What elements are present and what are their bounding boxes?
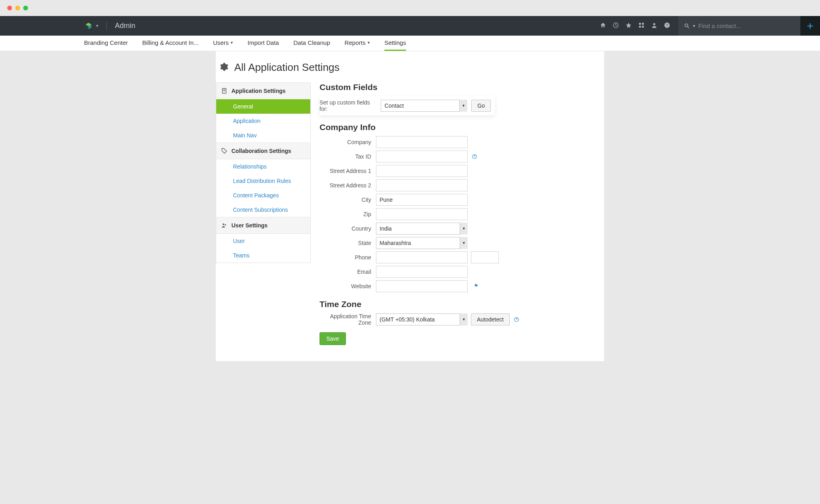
window-close-icon[interactable] <box>7 6 12 10</box>
country-select[interactable]: India <box>376 223 468 235</box>
autodetect-button[interactable]: Autodetect <box>471 313 510 325</box>
timezone-label: Application Time Zone <box>320 313 376 326</box>
addr1-label: Street Address 1 <box>320 168 376 174</box>
window-minimize-icon[interactable] <box>15 6 20 10</box>
sidebar-item-content-packages[interactable]: Content Packages <box>216 188 310 203</box>
sidebar-header-application-settings: Application Settings <box>216 83 310 99</box>
subnav-import-data[interactable]: Import Data <box>247 36 279 51</box>
chevron-down-icon: ▾ <box>231 40 233 45</box>
city-label: City <box>320 197 376 203</box>
external-link-icon[interactable] <box>472 283 478 289</box>
search-area[interactable]: ▾ <box>678 16 800 36</box>
window-zoom-icon[interactable] <box>23 6 28 10</box>
addr1-input[interactable] <box>376 165 468 177</box>
custom-fields-select[interactable]: Contact <box>381 100 467 112</box>
zip-label: Zip <box>320 211 376 217</box>
home-icon[interactable] <box>600 22 606 30</box>
subnav-billing[interactable]: Billing & Account In... <box>142 36 199 51</box>
addr2-label: Street Address 2 <box>320 182 376 189</box>
sidebar-item-main-nav[interactable]: Main Nav <box>216 128 310 143</box>
svg-point-8 <box>653 23 655 25</box>
sidebar-header-collaboration-settings: Collaboration Settings <box>216 143 310 159</box>
user-icon[interactable] <box>651 22 657 30</box>
sidebar-item-relationships[interactable]: Relationships <box>216 159 310 174</box>
topbar: ▾ Admin ? ▾ + <box>0 16 820 36</box>
state-label: State <box>320 240 376 246</box>
sidebar-item-content-subscriptions[interactable]: Content Subscriptions <box>216 203 310 217</box>
phone-ext-input[interactable] <box>471 251 499 263</box>
company-info-heading: Company Info <box>320 122 593 132</box>
subnav: Branding Center Billing & Account In... … <box>0 36 820 51</box>
city-input[interactable] <box>376 194 468 206</box>
save-button[interactable]: Save <box>320 332 346 345</box>
state-select[interactable]: Maharashtra <box>376 237 468 249</box>
svg-point-17 <box>225 224 226 225</box>
sidebar-header-user-settings: User Settings <box>216 217 310 234</box>
website-label: Website <box>320 283 376 289</box>
tag-icon <box>221 148 227 154</box>
svg-line-12 <box>687 26 689 28</box>
sidebar-item-lead-distribution[interactable]: Lead Distribution Rules <box>216 174 310 188</box>
search-caret-icon: ▾ <box>693 24 695 28</box>
search-input[interactable] <box>698 22 795 29</box>
company-input[interactable] <box>376 136 468 148</box>
subnav-settings[interactable]: Settings <box>384 36 406 51</box>
addr2-input[interactable] <box>376 179 468 191</box>
sidebar-item-user[interactable]: User <box>216 234 310 248</box>
star-icon[interactable] <box>625 22 632 30</box>
email-label: Email <box>320 269 376 275</box>
gear-icon <box>219 62 229 73</box>
window-chrome <box>0 0 820 16</box>
svg-rect-4 <box>639 23 641 25</box>
chevron-down-icon: ▾ <box>368 40 370 45</box>
subnav-users[interactable]: Users▾ <box>213 36 233 51</box>
svg-rect-5 <box>642 23 644 25</box>
admin-label: Admin <box>115 22 135 30</box>
country-label: Country <box>320 225 376 232</box>
app-logo-icon[interactable] <box>84 22 93 30</box>
app-menu-chevron-icon[interactable]: ▾ <box>96 23 98 28</box>
timezone-select[interactable]: (GMT +05:30) Kolkata <box>376 313 468 325</box>
sidebar-item-application[interactable]: Application <box>216 114 310 128</box>
custom-fields-heading: Custom Fields <box>320 82 593 92</box>
svg-point-16 <box>223 223 224 225</box>
divider <box>107 22 107 30</box>
subnav-reports[interactable]: Reports▾ <box>344 36 370 51</box>
tax-id-label: Tax ID <box>320 153 376 160</box>
company-label: Company <box>320 139 376 145</box>
zip-input[interactable] <box>376 208 468 220</box>
website-input[interactable] <box>376 280 468 292</box>
go-button[interactable]: Go <box>471 100 491 112</box>
sidebar-item-general[interactable]: General <box>216 99 310 114</box>
custom-fields-label: Set up custom fields for: <box>320 99 377 112</box>
email-input[interactable] <box>376 266 468 278</box>
tax-id-input[interactable] <box>376 151 468 163</box>
help-icon[interactable] <box>514 317 519 322</box>
svg-rect-7 <box>642 26 644 28</box>
apps-icon[interactable] <box>638 22 645 30</box>
add-button[interactable]: + <box>800 16 820 36</box>
help-icon[interactable] <box>472 154 477 159</box>
svg-rect-6 <box>639 26 641 28</box>
users-icon <box>221 222 227 229</box>
sidebar-item-teams[interactable]: Teams <box>216 248 310 263</box>
timezone-heading: Time Zone <box>320 299 593 309</box>
svg-text:?: ? <box>666 23 668 27</box>
phone-input[interactable] <box>376 251 468 263</box>
settings-sidebar: Application Settings General Application… <box>216 82 311 263</box>
subnav-data-cleanup[interactable]: Data Cleanup <box>293 36 330 51</box>
phone-label: Phone <box>320 254 376 261</box>
search-icon <box>684 23 690 29</box>
subnav-branding-center[interactable]: Branding Center <box>84 36 128 51</box>
document-icon <box>221 88 227 94</box>
clock-icon[interactable] <box>613 22 619 30</box>
custom-fields-row: Set up custom fields for: Contact ▼ Go <box>320 96 495 115</box>
page-title: All Application Settings <box>234 61 340 74</box>
svg-point-11 <box>685 24 688 27</box>
help-icon[interactable]: ? <box>664 22 670 30</box>
